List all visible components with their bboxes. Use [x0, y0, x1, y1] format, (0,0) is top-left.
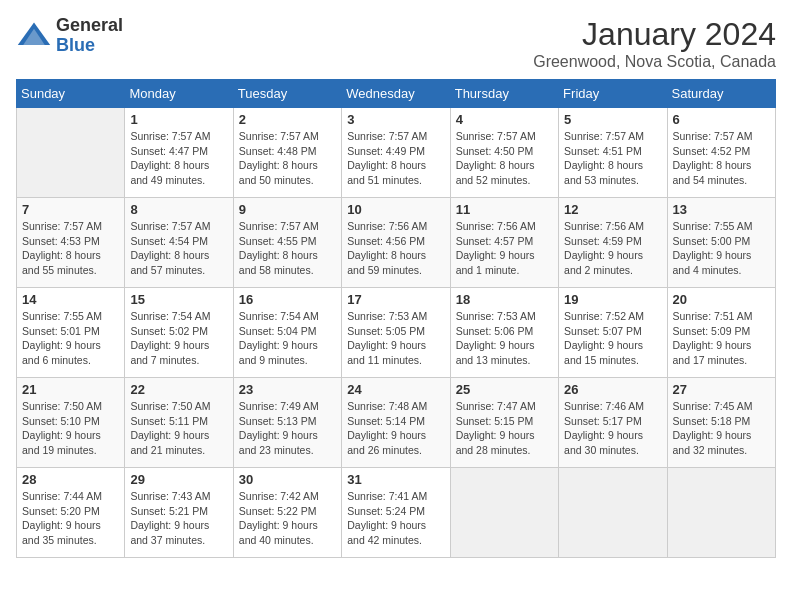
calendar-cell: 28Sunrise: 7:44 AM Sunset: 5:20 PM Dayli…	[17, 468, 125, 558]
calendar-cell: 10Sunrise: 7:56 AM Sunset: 4:56 PM Dayli…	[342, 198, 450, 288]
day-info: Sunrise: 7:57 AM Sunset: 4:48 PM Dayligh…	[239, 129, 336, 188]
calendar-week-3: 14Sunrise: 7:55 AM Sunset: 5:01 PM Dayli…	[17, 288, 776, 378]
day-number: 9	[239, 202, 336, 217]
calendar-cell: 15Sunrise: 7:54 AM Sunset: 5:02 PM Dayli…	[125, 288, 233, 378]
day-info: Sunrise: 7:57 AM Sunset: 4:55 PM Dayligh…	[239, 219, 336, 278]
day-number: 6	[673, 112, 770, 127]
day-info: Sunrise: 7:57 AM Sunset: 4:50 PM Dayligh…	[456, 129, 553, 188]
calendar-cell: 14Sunrise: 7:55 AM Sunset: 5:01 PM Dayli…	[17, 288, 125, 378]
calendar-cell	[450, 468, 558, 558]
day-info: Sunrise: 7:50 AM Sunset: 5:10 PM Dayligh…	[22, 399, 119, 458]
day-info: Sunrise: 7:57 AM Sunset: 4:52 PM Dayligh…	[673, 129, 770, 188]
day-info: Sunrise: 7:56 AM Sunset: 4:57 PM Dayligh…	[456, 219, 553, 278]
logo-text: General Blue	[56, 16, 123, 56]
calendar-cell: 31Sunrise: 7:41 AM Sunset: 5:24 PM Dayli…	[342, 468, 450, 558]
day-info: Sunrise: 7:42 AM Sunset: 5:22 PM Dayligh…	[239, 489, 336, 548]
day-info: Sunrise: 7:44 AM Sunset: 5:20 PM Dayligh…	[22, 489, 119, 548]
day-number: 27	[673, 382, 770, 397]
day-number: 20	[673, 292, 770, 307]
day-number: 14	[22, 292, 119, 307]
day-number: 26	[564, 382, 661, 397]
day-info: Sunrise: 7:54 AM Sunset: 5:04 PM Dayligh…	[239, 309, 336, 368]
calendar-cell: 23Sunrise: 7:49 AM Sunset: 5:13 PM Dayli…	[233, 378, 341, 468]
logo-general-text: General	[56, 16, 123, 36]
calendar-cell: 22Sunrise: 7:50 AM Sunset: 5:11 PM Dayli…	[125, 378, 233, 468]
header-wednesday: Wednesday	[342, 80, 450, 108]
day-number: 8	[130, 202, 227, 217]
day-number: 28	[22, 472, 119, 487]
calendar-cell: 2Sunrise: 7:57 AM Sunset: 4:48 PM Daylig…	[233, 108, 341, 198]
calendar-cell: 8Sunrise: 7:57 AM Sunset: 4:54 PM Daylig…	[125, 198, 233, 288]
calendar-header-row: SundayMondayTuesdayWednesdayThursdayFrid…	[17, 80, 776, 108]
calendar-cell: 26Sunrise: 7:46 AM Sunset: 5:17 PM Dayli…	[559, 378, 667, 468]
day-number: 30	[239, 472, 336, 487]
logo-icon	[16, 18, 52, 54]
day-info: Sunrise: 7:49 AM Sunset: 5:13 PM Dayligh…	[239, 399, 336, 458]
title-block: January 2024 Greenwood, Nova Scotia, Can…	[533, 16, 776, 71]
page-header: General Blue January 2024 Greenwood, Nov…	[16, 16, 776, 71]
calendar-cell	[17, 108, 125, 198]
calendar-week-2: 7Sunrise: 7:57 AM Sunset: 4:53 PM Daylig…	[17, 198, 776, 288]
calendar-cell: 25Sunrise: 7:47 AM Sunset: 5:15 PM Dayli…	[450, 378, 558, 468]
logo-blue-text: Blue	[56, 36, 123, 56]
day-number: 24	[347, 382, 444, 397]
calendar-cell: 20Sunrise: 7:51 AM Sunset: 5:09 PM Dayli…	[667, 288, 775, 378]
day-number: 10	[347, 202, 444, 217]
day-info: Sunrise: 7:41 AM Sunset: 5:24 PM Dayligh…	[347, 489, 444, 548]
calendar-table: SundayMondayTuesdayWednesdayThursdayFrid…	[16, 79, 776, 558]
calendar-cell: 9Sunrise: 7:57 AM Sunset: 4:55 PM Daylig…	[233, 198, 341, 288]
calendar-cell: 27Sunrise: 7:45 AM Sunset: 5:18 PM Dayli…	[667, 378, 775, 468]
day-info: Sunrise: 7:55 AM Sunset: 5:01 PM Dayligh…	[22, 309, 119, 368]
day-number: 31	[347, 472, 444, 487]
day-number: 5	[564, 112, 661, 127]
calendar-cell: 16Sunrise: 7:54 AM Sunset: 5:04 PM Dayli…	[233, 288, 341, 378]
calendar-cell: 24Sunrise: 7:48 AM Sunset: 5:14 PM Dayli…	[342, 378, 450, 468]
day-info: Sunrise: 7:57 AM Sunset: 4:47 PM Dayligh…	[130, 129, 227, 188]
calendar-cell: 17Sunrise: 7:53 AM Sunset: 5:05 PM Dayli…	[342, 288, 450, 378]
day-info: Sunrise: 7:55 AM Sunset: 5:00 PM Dayligh…	[673, 219, 770, 278]
day-info: Sunrise: 7:57 AM Sunset: 4:51 PM Dayligh…	[564, 129, 661, 188]
calendar-cell: 21Sunrise: 7:50 AM Sunset: 5:10 PM Dayli…	[17, 378, 125, 468]
day-info: Sunrise: 7:46 AM Sunset: 5:17 PM Dayligh…	[564, 399, 661, 458]
calendar-cell: 3Sunrise: 7:57 AM Sunset: 4:49 PM Daylig…	[342, 108, 450, 198]
header-tuesday: Tuesday	[233, 80, 341, 108]
header-monday: Monday	[125, 80, 233, 108]
day-number: 29	[130, 472, 227, 487]
calendar-cell: 6Sunrise: 7:57 AM Sunset: 4:52 PM Daylig…	[667, 108, 775, 198]
day-number: 12	[564, 202, 661, 217]
page-title: January 2024	[533, 16, 776, 53]
day-number: 11	[456, 202, 553, 217]
day-info: Sunrise: 7:52 AM Sunset: 5:07 PM Dayligh…	[564, 309, 661, 368]
day-info: Sunrise: 7:47 AM Sunset: 5:15 PM Dayligh…	[456, 399, 553, 458]
day-number: 17	[347, 292, 444, 307]
day-number: 19	[564, 292, 661, 307]
day-info: Sunrise: 7:48 AM Sunset: 5:14 PM Dayligh…	[347, 399, 444, 458]
calendar-cell: 12Sunrise: 7:56 AM Sunset: 4:59 PM Dayli…	[559, 198, 667, 288]
day-info: Sunrise: 7:50 AM Sunset: 5:11 PM Dayligh…	[130, 399, 227, 458]
day-number: 7	[22, 202, 119, 217]
header-saturday: Saturday	[667, 80, 775, 108]
calendar-cell: 7Sunrise: 7:57 AM Sunset: 4:53 PM Daylig…	[17, 198, 125, 288]
header-thursday: Thursday	[450, 80, 558, 108]
day-info: Sunrise: 7:43 AM Sunset: 5:21 PM Dayligh…	[130, 489, 227, 548]
calendar-cell: 5Sunrise: 7:57 AM Sunset: 4:51 PM Daylig…	[559, 108, 667, 198]
header-sunday: Sunday	[17, 80, 125, 108]
logo: General Blue	[16, 16, 123, 56]
day-info: Sunrise: 7:53 AM Sunset: 5:05 PM Dayligh…	[347, 309, 444, 368]
calendar-cell: 13Sunrise: 7:55 AM Sunset: 5:00 PM Dayli…	[667, 198, 775, 288]
calendar-cell: 11Sunrise: 7:56 AM Sunset: 4:57 PM Dayli…	[450, 198, 558, 288]
day-info: Sunrise: 7:51 AM Sunset: 5:09 PM Dayligh…	[673, 309, 770, 368]
header-friday: Friday	[559, 80, 667, 108]
calendar-cell: 4Sunrise: 7:57 AM Sunset: 4:50 PM Daylig…	[450, 108, 558, 198]
day-info: Sunrise: 7:45 AM Sunset: 5:18 PM Dayligh…	[673, 399, 770, 458]
day-info: Sunrise: 7:57 AM Sunset: 4:49 PM Dayligh…	[347, 129, 444, 188]
day-number: 25	[456, 382, 553, 397]
calendar-cell: 19Sunrise: 7:52 AM Sunset: 5:07 PM Dayli…	[559, 288, 667, 378]
calendar-cell: 18Sunrise: 7:53 AM Sunset: 5:06 PM Dayli…	[450, 288, 558, 378]
day-number: 4	[456, 112, 553, 127]
day-info: Sunrise: 7:56 AM Sunset: 4:56 PM Dayligh…	[347, 219, 444, 278]
calendar-cell: 1Sunrise: 7:57 AM Sunset: 4:47 PM Daylig…	[125, 108, 233, 198]
day-info: Sunrise: 7:54 AM Sunset: 5:02 PM Dayligh…	[130, 309, 227, 368]
day-number: 21	[22, 382, 119, 397]
day-number: 23	[239, 382, 336, 397]
